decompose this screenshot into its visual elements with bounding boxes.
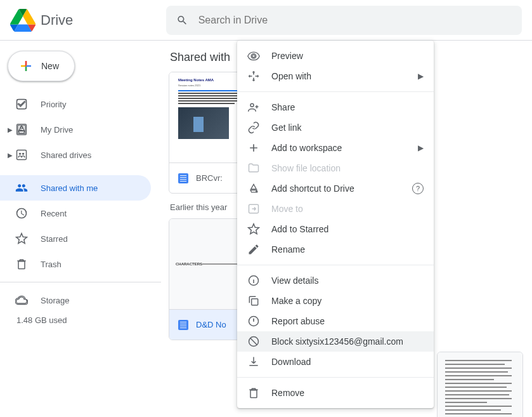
sidebar-item-shared-with-me[interactable]: Shared with me (0, 175, 151, 201)
menu-item-download[interactable]: Download (237, 352, 434, 372)
caret-right-icon: ▶ (8, 152, 15, 159)
sidebar-item-label: Storage (41, 296, 70, 305)
menu-item-add-shortcut[interactable]: Add shortcut to Drive ? (237, 178, 434, 199)
plus-icon (247, 142, 260, 154)
pencil-icon (247, 243, 260, 256)
file-tile-article[interactable]: Article - (437, 352, 523, 417)
sidebar-item-label: Shared with me (41, 183, 98, 193)
file-name: BRCvr: (196, 173, 223, 183)
menu-item-label: Add to workspace (271, 143, 418, 153)
menu-item-label: Report abuse (271, 316, 424, 326)
menu-item-move-to: Move to (237, 199, 434, 219)
context-menu: Preview Open with ▶ Share Get link Add t… (237, 41, 434, 408)
check-badge-icon (15, 98, 28, 110)
chevron-right-icon: ▶ (418, 72, 424, 81)
search-input[interactable] (198, 15, 512, 26)
app-name: Drive (41, 12, 73, 29)
sidebar-item-priority[interactable]: Priority (0, 91, 151, 117)
drive-logo-icon (10, 9, 36, 32)
header: Drive (0, 0, 532, 41)
sidebar-item-recent[interactable]: Recent (0, 201, 151, 226)
sidebar-item-my-drive[interactable]: ▶ My Drive (0, 117, 151, 142)
svg-point-3 (22, 153, 24, 155)
sidebar-item-label: Trash (41, 260, 62, 269)
docs-icon (178, 173, 188, 183)
menu-item-label: Add shortcut to Drive (271, 183, 412, 194)
svg-rect-7 (252, 299, 258, 305)
menu-item-share[interactable]: Share (237, 97, 434, 117)
menu-item-label: Move to (271, 204, 424, 214)
menu-item-add-starred[interactable]: Add to Starred (237, 219, 434, 239)
copy-icon (247, 295, 260, 307)
drive-icon (15, 123, 28, 136)
folder-icon (247, 162, 260, 175)
menu-item-label: Preview (271, 51, 424, 61)
cloud-icon (15, 294, 28, 307)
docs-icon (178, 320, 188, 330)
storage-used-text: 1.48 GB used (0, 315, 161, 325)
block-icon (247, 335, 260, 348)
menu-item-show-location: Show file location (237, 158, 434, 178)
clock-icon (15, 207, 28, 220)
file-thumbnail (438, 352, 522, 417)
menu-item-label: Block sixtysix123456@gmail.com (271, 336, 424, 347)
new-button-label: New (41, 61, 59, 71)
eye-icon (247, 50, 260, 62)
menu-item-label: Show file location (271, 163, 424, 173)
logo-area[interactable]: Drive (10, 9, 161, 32)
star-icon (247, 223, 260, 235)
caret-right-icon: ▶ (8, 126, 15, 133)
drive-shortcut-icon (247, 182, 260, 195)
chevron-right-icon: ▶ (418, 143, 424, 152)
menu-item-view-details[interactable]: View details (237, 270, 434, 291)
menu-item-label: View details (271, 275, 424, 286)
trash-icon (247, 387, 260, 399)
menu-item-rename[interactable]: Rename (237, 239, 434, 260)
sidebar-item-label: Priority (41, 100, 66, 109)
sidebar-item-starred[interactable]: Starred (0, 226, 151, 251)
menu-item-label: Download (271, 357, 424, 367)
search-bar[interactable] (166, 6, 522, 35)
sidebar-item-trash[interactable]: Trash (0, 251, 151, 277)
move-to-icon (247, 202, 260, 215)
menu-item-get-link[interactable]: Get link (237, 117, 434, 138)
help-icon[interactable]: ? (412, 183, 424, 194)
sidebar-item-label: Shared drives (41, 150, 91, 160)
svg-point-4 (250, 103, 254, 107)
link-icon (247, 121, 260, 134)
sidebar-item-label: Starred (41, 234, 68, 244)
sidebar-item-label: Recent (41, 209, 67, 218)
file-name: D&D No (196, 320, 226, 329)
menu-item-label: Make a copy (271, 296, 424, 306)
menu-item-label: Share (271, 102, 424, 112)
shared-drives-icon (15, 149, 28, 161)
menu-item-label: Rename (271, 244, 424, 255)
menu-item-label: Open with (271, 71, 418, 81)
people-icon (15, 182, 28, 194)
sidebar-item-shared-drives[interactable]: ▶ Shared drives (0, 142, 151, 168)
menu-item-remove[interactable]: Remove (237, 383, 434, 403)
svg-rect-1 (17, 150, 27, 160)
menu-item-label: Get link (271, 122, 424, 133)
new-button[interactable]: New (8, 51, 75, 81)
menu-item-label: Add to Starred (271, 224, 424, 234)
open-with-icon (247, 70, 260, 83)
sidebar: New Priority ▶ My Drive ▶ Shared drives … (0, 41, 161, 417)
menu-item-preview[interactable]: Preview (237, 46, 434, 66)
menu-item-add-workspace[interactable]: Add to workspace ▶ (237, 138, 434, 158)
person-add-icon (247, 101, 260, 114)
search-icon (176, 14, 188, 27)
svg-point-2 (19, 153, 21, 155)
menu-item-label: Remove (271, 388, 424, 398)
menu-item-report-abuse[interactable]: Report abuse (237, 311, 434, 331)
star-icon (15, 232, 28, 245)
report-icon (247, 315, 260, 328)
menu-item-block[interactable]: Block sixtysix123456@gmail.com (237, 331, 434, 352)
download-icon (247, 355, 260, 368)
menu-item-open-with[interactable]: Open with ▶ (237, 66, 434, 86)
plus-multicolor-icon (18, 58, 34, 74)
menu-item-make-copy[interactable]: Make a copy (237, 291, 434, 311)
sidebar-item-storage[interactable]: Storage (0, 288, 151, 313)
info-icon (247, 274, 260, 287)
sidebar-item-label: My Drive (41, 125, 73, 135)
